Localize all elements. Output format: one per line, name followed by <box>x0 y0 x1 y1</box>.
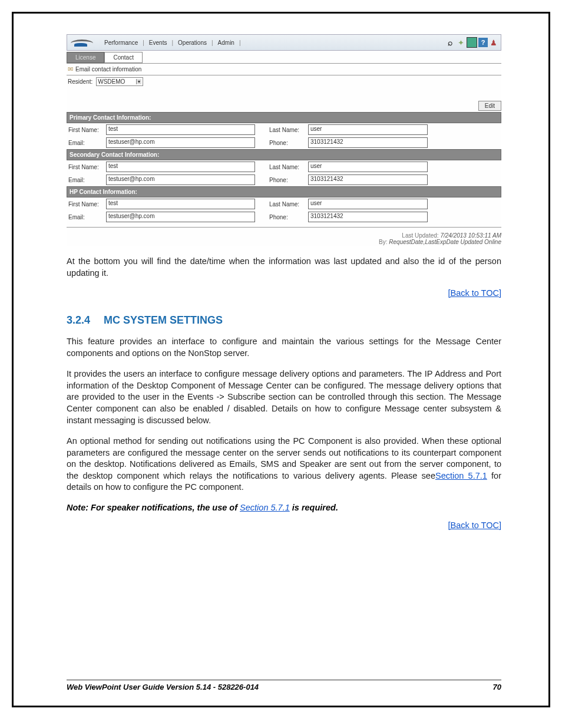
by-label: By: <box>379 239 387 245</box>
form-row: First Name:testLast Name:user <box>67 160 501 173</box>
resident-value: WSDEMO <box>98 78 125 85</box>
last-name-input[interactable]: user <box>308 199 428 209</box>
phone-input[interactable]: 3103121432 <box>308 174 428 185</box>
section-heading: 3.2.4 MC SYSTEM SETTINGS <box>67 314 501 327</box>
email-label: Email: <box>68 140 104 146</box>
search-icon[interactable]: ⌕ <box>445 38 455 47</box>
nav-events[interactable]: Events <box>148 39 168 46</box>
section-link-571-note[interactable]: Section 5.7.1 <box>240 503 290 512</box>
subtabs: License Contact <box>67 52 501 63</box>
form-row: First Name:testLast Name:user <box>67 123 501 136</box>
form-row: Email:testuser@hp.comPhone:3103121432 <box>67 173 501 186</box>
paragraph-1: At the bottom you will find the date/tim… <box>67 256 501 279</box>
note-text: Note: For speaker notifications, the use… <box>67 503 501 512</box>
first-name-label: First Name: <box>68 127 104 133</box>
paragraph-3: It provides the users an interface to co… <box>67 368 501 426</box>
last-name-input[interactable]: user <box>308 124 428 135</box>
last-updated-value: 7/24/2013 10:53:11 AM <box>440 232 501 239</box>
nav-operations[interactable]: Operations <box>177 39 208 46</box>
first-name-input[interactable]: test <box>106 199 255 209</box>
status-footer: Last Updated: 7/24/2013 10:53:11 AM By: … <box>67 227 501 246</box>
phone-input[interactable]: 3103121432 <box>308 137 428 148</box>
tab-contact[interactable]: Contact <box>104 52 142 63</box>
first-name-input[interactable]: test <box>106 162 255 172</box>
page-footer: Web ViewPoint User Guide Version 5.14 - … <box>67 680 501 694</box>
last-name-input[interactable]: user <box>308 162 428 172</box>
section-header: HP Contact Information: <box>67 186 501 197</box>
footer-page-number: 70 <box>493 683 501 691</box>
panel-title: ✉ Email contact information <box>67 64 501 75</box>
top-icons: ⌕ ✦ ? ♟ <box>445 37 498 48</box>
email-input[interactable]: testuser@hp.com <box>106 137 255 148</box>
phone-input[interactable]: 3103121432 <box>308 212 428 222</box>
last-updated-label: Last Updated: <box>402 232 438 239</box>
email-input[interactable]: testuser@hp.com <box>106 174 255 185</box>
email-input[interactable]: testuser@hp.com <box>106 212 255 222</box>
panel-title-text: Email contact information <box>75 66 141 73</box>
screen-icon[interactable] <box>467 37 477 48</box>
section-header: Primary Contact Information: <box>67 112 501 123</box>
by-value: RequestDate,LastExpDate Updated Online <box>389 239 501 245</box>
resident-select[interactable]: WSDEMO ▾ <box>96 77 143 86</box>
last-name-label: Last Name: <box>269 127 306 133</box>
resident-label: Resident: <box>68 78 92 85</box>
top-nav: Performance | Events | Operations | Admi… <box>70 37 242 48</box>
heading-text: MC SYSTEM SETTINGS <box>104 314 223 326</box>
resident-row: Resident: WSDEMO ▾ <box>67 75 501 88</box>
email-label: Email: <box>68 177 104 183</box>
tab-license[interactable]: License <box>67 52 104 63</box>
section-header: Secondary Contact Information: <box>67 149 501 160</box>
first-name-input[interactable]: test <box>106 124 255 135</box>
user-icon[interactable]: ♟ <box>489 38 498 47</box>
chevron-down-icon: ▾ <box>136 79 141 84</box>
paragraph-2: This feature provides an interface to co… <box>67 336 501 359</box>
last-name-label: Last Name: <box>269 164 306 170</box>
app-screenshot: Performance | Events | Operations | Admi… <box>67 34 501 246</box>
nav-performance[interactable]: Performance <box>103 39 139 46</box>
last-name-label: Last Name: <box>269 201 306 207</box>
paragraph-4: An optional method for sending out notif… <box>67 436 501 493</box>
heading-number: 3.2.4 <box>67 314 90 326</box>
help-icon[interactable]: ? <box>478 38 488 47</box>
first-name-label: First Name: <box>68 164 104 170</box>
phone-label: Phone: <box>269 214 306 220</box>
form-row: Email:testuser@hp.comPhone:3103121432 <box>67 210 501 223</box>
nav-admin[interactable]: Admin <box>217 39 236 46</box>
back-to-toc-2: [Back to TOC] <box>67 521 501 530</box>
edit-button[interactable]: Edit <box>478 101 501 111</box>
back-to-toc-link[interactable]: [Back to TOC] <box>448 521 501 530</box>
phone-label: Phone: <box>269 140 306 146</box>
app-logo-icon <box>70 37 96 48</box>
footer-left: Web ViewPoint User Guide Version 5.14 - … <box>67 683 259 691</box>
email-label: Email: <box>68 214 104 220</box>
phone-label: Phone: <box>269 177 306 183</box>
form-row: First Name:testLast Name:user <box>67 197 501 210</box>
form-row: Email:testuser@hp.comPhone:3103121432 <box>67 136 501 149</box>
back-to-toc-1: [Back to TOC] <box>67 288 501 298</box>
first-name-label: First Name: <box>68 201 104 207</box>
wand-icon[interactable]: ✦ <box>456 38 465 47</box>
section-link-571[interactable]: Section 5.7.1 <box>435 471 487 480</box>
app-top-bar: Performance | Events | Operations | Admi… <box>67 34 501 51</box>
back-to-toc-link[interactable]: [Back to TOC] <box>448 288 501 298</box>
email-icon: ✉ <box>68 65 73 73</box>
